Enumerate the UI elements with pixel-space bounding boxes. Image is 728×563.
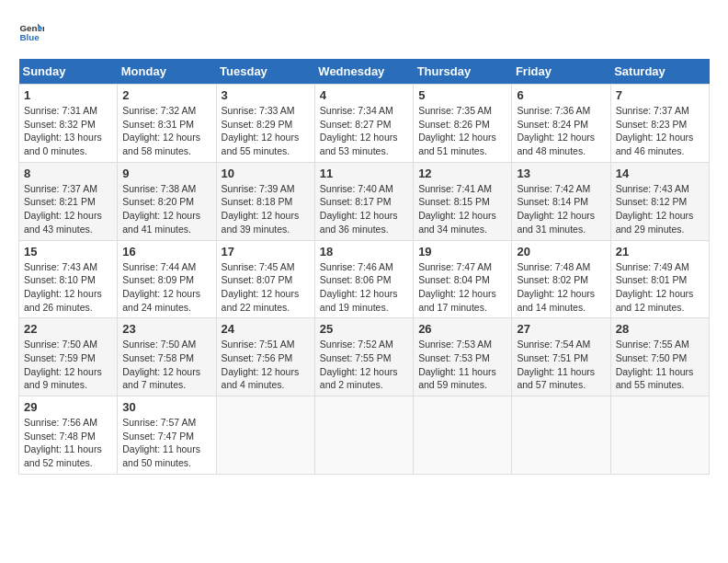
day-number: 8	[24, 167, 112, 180]
day-detail: Sunrise: 7:37 AMSunset: 8:21 PMDaylight:…	[24, 182, 112, 236]
calendar-cell: 20Sunrise: 7:48 AMSunset: 8:02 PMDayligh…	[512, 240, 610, 318]
calendar-cell: 5Sunrise: 7:35 AMSunset: 8:26 PMDaylight…	[414, 85, 512, 163]
day-detail: Sunrise: 7:47 AMSunset: 8:04 PMDaylight:…	[418, 260, 506, 315]
calendar-table: SundayMondayTuesdayWednesdayThursdayFrid…	[18, 59, 710, 475]
calendar-cell: 25Sunrise: 7:52 AMSunset: 7:55 PMDayligh…	[314, 318, 413, 396]
calendar-cell: 2Sunrise: 7:32 AMSunset: 8:31 PMDaylight…	[118, 85, 216, 163]
day-detail: Sunrise: 7:32 AMSunset: 8:31 PMDaylight:…	[122, 104, 210, 158]
day-number: 29	[24, 400, 112, 414]
day-detail: Sunrise: 7:43 AMSunset: 8:12 PMDaylight:…	[616, 182, 704, 236]
page-header: General Blue	[18, 18, 710, 44]
day-detail: Sunrise: 7:40 AMSunset: 8:17 PMDaylight:…	[320, 182, 408, 236]
calendar-cell: 29Sunrise: 7:56 AMSunset: 7:48 PMDayligh…	[19, 396, 118, 475]
day-detail: Sunrise: 7:49 AMSunset: 8:01 PMDaylight:…	[616, 260, 704, 315]
calendar-cell	[610, 396, 709, 475]
day-detail: Sunrise: 7:35 AMSunset: 8:26 PMDaylight:…	[418, 104, 506, 158]
calendar-cell: 15Sunrise: 7:43 AMSunset: 8:10 PMDayligh…	[19, 240, 118, 318]
calendar-cell	[216, 396, 314, 475]
day-number: 20	[517, 245, 605, 259]
day-number: 16	[122, 245, 210, 259]
day-number: 7	[616, 88, 704, 102]
day-detail: Sunrise: 7:37 AMSunset: 8:23 PMDaylight:…	[616, 104, 704, 158]
col-header-tuesday: Tuesday	[216, 59, 314, 85]
day-detail: Sunrise: 7:52 AMSunset: 7:55 PMDaylight:…	[320, 338, 408, 392]
calendar-cell: 19Sunrise: 7:47 AMSunset: 8:04 PMDayligh…	[414, 240, 512, 318]
day-number: 3	[222, 88, 310, 102]
day-detail: Sunrise: 7:42 AMSunset: 8:14 PMDaylight:…	[517, 182, 605, 236]
day-number: 22	[24, 322, 112, 336]
logo: General Blue	[18, 18, 48, 44]
day-detail: Sunrise: 7:54 AMSunset: 7:51 PMDaylight:…	[517, 338, 605, 392]
calendar-cell: 24Sunrise: 7:51 AMSunset: 7:56 PMDayligh…	[216, 318, 314, 396]
col-header-friday: Friday	[512, 59, 610, 85]
calendar-cell: 13Sunrise: 7:42 AMSunset: 8:14 PMDayligh…	[512, 162, 610, 240]
calendar-cell: 30Sunrise: 7:57 AMSunset: 7:47 PMDayligh…	[118, 396, 216, 475]
calendar-cell: 3Sunrise: 7:33 AMSunset: 8:29 PMDaylight…	[216, 85, 314, 163]
col-header-sunday: Sunday	[19, 59, 118, 85]
day-number: 26	[418, 322, 506, 336]
calendar-cell: 27Sunrise: 7:54 AMSunset: 7:51 PMDayligh…	[512, 318, 610, 396]
calendar-cell: 22Sunrise: 7:50 AMSunset: 7:59 PMDayligh…	[19, 318, 118, 396]
calendar-cell	[414, 396, 512, 475]
day-detail: Sunrise: 7:33 AMSunset: 8:29 PMDaylight:…	[222, 104, 310, 158]
day-detail: Sunrise: 7:45 AMSunset: 8:07 PMDaylight:…	[222, 260, 310, 315]
logo-icon: General Blue	[18, 18, 44, 44]
day-number: 15	[24, 245, 112, 259]
day-detail: Sunrise: 7:57 AMSunset: 7:47 PMDaylight:…	[122, 416, 210, 470]
day-detail: Sunrise: 7:36 AMSunset: 8:24 PMDaylight:…	[517, 104, 605, 158]
calendar-cell	[314, 396, 413, 475]
calendar-cell	[512, 396, 610, 475]
day-detail: Sunrise: 7:43 AMSunset: 8:10 PMDaylight:…	[24, 260, 112, 315]
day-number: 17	[222, 245, 310, 259]
day-number: 12	[418, 167, 506, 180]
calendar-cell: 23Sunrise: 7:50 AMSunset: 7:58 PMDayligh…	[118, 318, 216, 396]
day-detail: Sunrise: 7:56 AMSunset: 7:48 PMDaylight:…	[24, 416, 112, 470]
day-detail: Sunrise: 7:31 AMSunset: 8:32 PMDaylight:…	[24, 104, 112, 158]
calendar-cell: 16Sunrise: 7:44 AMSunset: 8:09 PMDayligh…	[118, 240, 216, 318]
calendar-cell: 9Sunrise: 7:38 AMSunset: 8:20 PMDaylight…	[118, 162, 216, 240]
day-detail: Sunrise: 7:34 AMSunset: 8:27 PMDaylight:…	[320, 104, 408, 158]
calendar-cell: 28Sunrise: 7:55 AMSunset: 7:50 PMDayligh…	[610, 318, 709, 396]
day-number: 13	[517, 167, 605, 180]
calendar-cell: 7Sunrise: 7:37 AMSunset: 8:23 PMDaylight…	[610, 85, 709, 163]
calendar-cell: 12Sunrise: 7:41 AMSunset: 8:15 PMDayligh…	[414, 162, 512, 240]
day-detail: Sunrise: 7:51 AMSunset: 7:56 PMDaylight:…	[222, 338, 310, 392]
day-number: 27	[517, 322, 605, 336]
day-number: 10	[222, 167, 310, 180]
day-number: 30	[122, 400, 210, 414]
day-number: 23	[122, 322, 210, 336]
day-number: 24	[222, 322, 310, 336]
calendar-cell: 18Sunrise: 7:46 AMSunset: 8:06 PMDayligh…	[314, 240, 413, 318]
col-header-thursday: Thursday	[414, 59, 512, 85]
day-detail: Sunrise: 7:50 AMSunset: 7:59 PMDaylight:…	[24, 338, 112, 392]
day-detail: Sunrise: 7:55 AMSunset: 7:50 PMDaylight:…	[616, 338, 704, 392]
day-detail: Sunrise: 7:46 AMSunset: 8:06 PMDaylight:…	[320, 260, 408, 315]
day-number: 14	[616, 167, 704, 180]
calendar-cell: 21Sunrise: 7:49 AMSunset: 8:01 PMDayligh…	[610, 240, 709, 318]
day-number: 18	[320, 245, 408, 259]
calendar-cell: 17Sunrise: 7:45 AMSunset: 8:07 PMDayligh…	[216, 240, 314, 318]
calendar-cell: 11Sunrise: 7:40 AMSunset: 8:17 PMDayligh…	[314, 162, 413, 240]
day-number: 4	[320, 88, 408, 102]
calendar-cell: 10Sunrise: 7:39 AMSunset: 8:18 PMDayligh…	[216, 162, 314, 240]
col-header-wednesday: Wednesday	[314, 59, 413, 85]
day-number: 9	[122, 167, 210, 180]
day-detail: Sunrise: 7:48 AMSunset: 8:02 PMDaylight:…	[517, 260, 605, 315]
day-number: 21	[616, 245, 704, 259]
day-number: 19	[418, 245, 506, 259]
calendar-cell: 26Sunrise: 7:53 AMSunset: 7:53 PMDayligh…	[414, 318, 512, 396]
svg-text:Blue: Blue	[19, 32, 40, 42]
col-header-saturday: Saturday	[610, 59, 709, 85]
day-number: 28	[616, 322, 704, 336]
col-header-monday: Monday	[118, 59, 216, 85]
day-detail: Sunrise: 7:53 AMSunset: 7:53 PMDaylight:…	[418, 338, 506, 392]
day-detail: Sunrise: 7:39 AMSunset: 8:18 PMDaylight:…	[222, 182, 310, 236]
calendar-cell: 14Sunrise: 7:43 AMSunset: 8:12 PMDayligh…	[610, 162, 709, 240]
calendar-cell: 6Sunrise: 7:36 AMSunset: 8:24 PMDaylight…	[512, 85, 610, 163]
calendar-cell: 4Sunrise: 7:34 AMSunset: 8:27 PMDaylight…	[314, 85, 413, 163]
day-number: 1	[24, 88, 112, 102]
day-detail: Sunrise: 7:38 AMSunset: 8:20 PMDaylight:…	[122, 182, 210, 236]
day-number: 2	[122, 88, 210, 102]
day-detail: Sunrise: 7:41 AMSunset: 8:15 PMDaylight:…	[418, 182, 506, 236]
day-number: 6	[517, 88, 605, 102]
